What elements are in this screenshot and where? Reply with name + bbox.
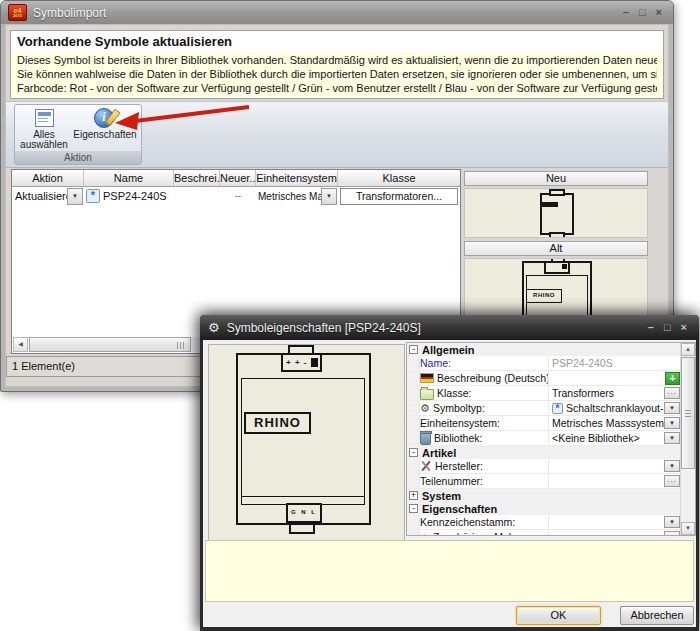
dialog-titlebar[interactable]: Symboleigenschaften [PSP24-240S] – □ × (200, 315, 699, 340)
new-preview (464, 188, 648, 238)
select-all-icon (35, 109, 54, 127)
maximize-button[interactable]: □ (664, 322, 671, 333)
chevron-down-icon[interactable]: ▼ (67, 188, 83, 205)
dropdown-button[interactable]: ▼ (664, 516, 680, 528)
toolbar: Alles auswählen i Eigenschaften Aktion (6, 101, 668, 168)
minimize-button[interactable]: – (648, 322, 654, 333)
dialog-controls: – □ × (648, 322, 691, 333)
section-label: Eigenschaften (422, 503, 497, 515)
symbol-icon (86, 189, 100, 203)
section-label: Allgemein (422, 344, 475, 356)
property-row[interactable]: Beschreibung (Deutsch):+ (407, 371, 681, 386)
info-line: Dieses Symbol ist bereits in Ihrer Bibli… (17, 53, 657, 67)
property-label: Beschreibung (Deutsch): (437, 372, 548, 384)
screenshot-canvas: e4 2010 Symbolimport – □ × Vorhandene Sy… (0, 0, 700, 631)
select-all-button[interactable]: Alles auswählen (18, 107, 70, 151)
property-label: Teilenummer: (420, 475, 483, 487)
description-box[interactable] (205, 540, 694, 602)
window-controls: – □ × (623, 7, 666, 18)
ellipsis-button[interactable]: ... (664, 531, 680, 536)
top-terminal-block: + + - - (281, 353, 322, 372)
minimize-button[interactable]: – (623, 7, 629, 18)
library-icon (420, 433, 431, 445)
ellipsis-button[interactable]: ... (664, 475, 680, 487)
old-preview-header: Alt (464, 241, 648, 256)
property-row[interactable]: Klasse:Transformers... (407, 386, 681, 401)
aktion-combobox[interactable]: Aktualisieren ▼ (12, 187, 84, 205)
maximize-button[interactable]: □ (639, 7, 646, 18)
property-label: Hersteller: (435, 460, 483, 472)
name-cell[interactable]: PSP24-240S (84, 187, 174, 205)
column-header-name[interactable]: Name (84, 170, 174, 187)
scrollbar-thumb[interactable] (681, 357, 695, 469)
dropdown-button[interactable]: ▼ (664, 402, 680, 414)
window-titlebar[interactable]: e4 2010 Symbolimport – □ × (1, 1, 673, 24)
table-row[interactable]: Aktualisieren ▼ PSP24-240S -- Metrisch (12, 187, 460, 205)
collapse-icon[interactable]: - (409, 504, 418, 513)
dropdown-button[interactable]: ▼ (664, 432, 680, 444)
symbol-name: PSP24-240S (103, 190, 167, 202)
beschreibung-cell[interactable] (174, 187, 220, 205)
properties-button[interactable]: i Eigenschaften (72, 107, 138, 151)
property-value: PSP24-240S (552, 357, 613, 369)
column-header-einheitensystem[interactable]: Einheitensystem (256, 170, 338, 187)
new-preview-header: Neu (464, 171, 648, 186)
info-line: Sie können wahlweise die Daten in der Bi… (17, 67, 657, 81)
property-label: Einheitensystem: (420, 417, 500, 429)
dialog-body: + + - - RHINO G N L -AllgemeinName:PSP24… (203, 340, 696, 627)
column-header-beschreibung[interactable]: Beschrei... (174, 170, 220, 187)
toolbar-group-label: Aktion (15, 151, 141, 164)
grid-section-row[interactable]: +System (407, 489, 681, 502)
property-row[interactable]: Kennzeichenstamm:▼ (407, 515, 681, 530)
info-panel-title: Vorhandene Symbole aktualisieren (11, 31, 663, 52)
close-button[interactable]: × (656, 7, 662, 18)
scroll-down-icon[interactable]: ▼ (681, 522, 695, 535)
klasse-cell: Transformatoren... (338, 187, 460, 205)
property-row[interactable]: Zugehöriges Makro:... (407, 530, 681, 536)
property-row[interactable]: Name:PSP24-240S (407, 356, 681, 371)
column-header-klasse[interactable]: Klasse (338, 170, 460, 187)
property-row[interactable]: Hersteller:▼ (407, 459, 681, 474)
einheitensystem-combobox[interactable]: Metrisches Ma... ▼ (256, 187, 338, 205)
ok-button[interactable]: OK (516, 606, 601, 625)
property-row[interactable]: Symboltyp:Schaltschranklayout-Foot▼ (407, 401, 681, 416)
neuer-cell[interactable]: -- (220, 187, 256, 205)
dialog-title: Symboleigenschaften [PSP24-240S] (227, 321, 421, 335)
symbol-type-icon (552, 403, 563, 414)
brand-label: RHINO (244, 412, 311, 434)
property-row[interactable]: Bibliothek:<Keine Bibliothek>▼ (407, 431, 681, 446)
grid-section-row[interactable]: -Allgemein (407, 343, 681, 356)
property-row[interactable]: Teilenummer:... (407, 474, 681, 489)
dropdown-button[interactable]: ▼ (664, 417, 680, 429)
add-button[interactable]: + (665, 372, 680, 385)
property-row[interactable]: Einheitensystem:Metrisches Masssystem▼ (407, 416, 681, 431)
scroll-up-icon[interactable]: ▲ (681, 343, 695, 356)
properties-label: Eigenschaften (73, 130, 136, 140)
property-grid: -AllgemeinName:PSP24-240SBeschreibung (D… (406, 342, 696, 536)
table-header-row: Aktion Name Beschrei... Neuer... Einheit… (12, 170, 460, 187)
column-header-aktion[interactable]: Aktion (12, 170, 84, 187)
old-symbol-brand: RHINO (526, 289, 562, 303)
expand-icon[interactable]: + (409, 491, 418, 500)
grid-section-row[interactable]: -Artikel (407, 446, 681, 459)
grid-section-row[interactable]: -Eigenschaften (407, 502, 681, 515)
ellipsis-button[interactable]: ... (664, 387, 680, 399)
folder-icon (420, 389, 434, 400)
scrollbar-thumb[interactable] (29, 337, 191, 352)
column-header-neuer[interactable]: Neuer... (220, 170, 256, 187)
dropdown-button[interactable]: ▼ (664, 460, 680, 472)
property-label: Zugehöriges Makro: (433, 531, 526, 536)
select-all-label: Alles auswählen (18, 130, 70, 150)
info-panel-text: Dieses Symbol ist bereits in Ihrer Bibli… (11, 52, 663, 97)
chevron-down-icon[interactable]: ▼ (321, 188, 337, 205)
collapse-icon[interactable]: - (409, 345, 418, 354)
info-line: Farbcode: Rot - von der Software zur Ver… (17, 81, 657, 95)
collapse-icon[interactable]: - (409, 448, 418, 457)
cancel-button[interactable]: Abbrechen (620, 606, 694, 625)
property-value: <Keine Bibliothek> (552, 432, 640, 444)
klasse-button[interactable]: Transformatoren... (340, 188, 458, 205)
close-button[interactable]: × (681, 322, 687, 333)
new-symbol-thumbnail (540, 193, 574, 235)
bottom-terminal-block: G N L (286, 503, 322, 523)
scroll-left-icon[interactable]: ◀ (13, 337, 28, 352)
